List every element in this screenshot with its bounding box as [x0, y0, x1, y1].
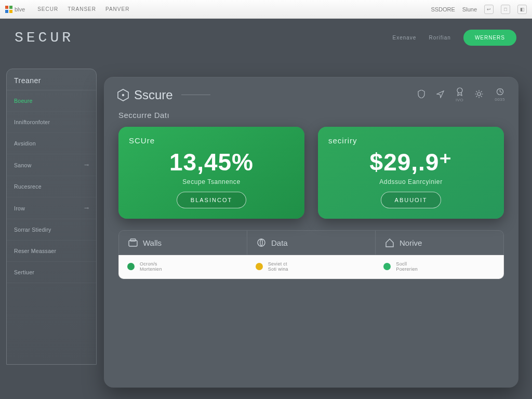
status-1-text: Seviet ct Soti wina: [268, 261, 288, 272]
status-0-line2: Mortenien: [140, 267, 162, 272]
status-2: Socll Poererien: [375, 255, 503, 278]
app-wordmark: SECUR: [15, 30, 74, 46]
sidebar-item-6[interactable]: Sorrar Stiediry: [7, 219, 96, 241]
chrome-tool-panel-icon[interactable]: ◧: [517, 5, 527, 14]
svg-line-12: [476, 91, 477, 92]
badge-icon: [456, 87, 463, 96]
chrome-right-label2[interactable]: Slune: [462, 6, 477, 12]
status-1-line2: Soti wina: [268, 267, 288, 272]
panel-icon-send[interactable]: [436, 90, 444, 100]
wallet-icon: [128, 238, 138, 247]
sidebar-item-7[interactable]: Reser Meassaer: [7, 241, 96, 262]
status-1-line1: Seviet ct: [268, 261, 287, 267]
chrome-tool-box-icon[interactable]: □: [501, 5, 510, 14]
svg-line-15: [476, 96, 477, 97]
svg-rect-2: [5, 10, 8, 13]
card-scure-caption: Secupe Tsannence: [182, 178, 240, 185]
key-icon: ⊸: [84, 205, 89, 211]
card-security: seciriry $29,.9⁺ Addssuo Eanrcyinier ABU…: [318, 127, 504, 219]
sidebar-item-2-label: Avsidion: [14, 140, 36, 147]
status-0: Ocron/s Mortenien: [119, 255, 247, 278]
sidebar-item-1[interactable]: Inniftoronfoter: [7, 112, 96, 133]
sidebar-item-8[interactable]: Sertiuer: [7, 262, 96, 283]
card-scure-title: SCUre: [129, 136, 155, 145]
tile-walls-label: Walls: [143, 238, 162, 247]
header-cta-button[interactable]: WERNERS: [463, 30, 516, 46]
status-2-text: Socll Poererien: [396, 261, 418, 272]
app-shell: SECUR Exenave Rorifian WERNERS Treaner B…: [0, 19, 532, 399]
chrome-tab-0[interactable]: SECUR: [37, 6, 58, 12]
chrome-tool-back-icon[interactable]: ↩: [484, 5, 494, 14]
header-nav-2[interactable]: Rorifian: [429, 35, 450, 41]
panel-brand: Sscure: [117, 88, 210, 102]
gear-icon: [475, 90, 483, 98]
chrome-brand-text: blve: [15, 6, 25, 12]
tile-norive[interactable]: Norive: [376, 231, 503, 255]
svg-line-18: [500, 92, 502, 93]
card-scure: SCUre 13,45% Secupe Tsannence BLASINCOT: [118, 127, 304, 219]
sidebar-item-0[interactable]: Boeure: [7, 90, 96, 112]
svg-rect-1: [9, 6, 12, 9]
send-icon: [436, 90, 444, 98]
panel-icon-stat-label: 0035: [495, 97, 505, 102]
card-scure-button[interactable]: BLASINCOT: [177, 192, 246, 208]
sidebar-item-2[interactable]: Avsidion: [7, 133, 96, 154]
data-icon: [257, 238, 266, 247]
sidebar-item-3[interactable]: Sanow ⊸: [7, 154, 96, 176]
panel-icon-badge-label: IVO: [456, 98, 463, 102]
svg-point-21: [258, 239, 265, 246]
chrome-brand: blve: [5, 6, 25, 13]
chrome-tabs: SECUR Transer Panver: [37, 6, 431, 12]
status-2-line1: Socll: [396, 261, 407, 267]
hex-logo-icon: [117, 89, 129, 101]
card-scure-value: 13,45%: [169, 150, 254, 174]
svg-point-7: [477, 92, 481, 96]
header-nav: Exenave Rorifian WERNERS: [392, 30, 516, 46]
panel-icon-gear[interactable]: [475, 90, 483, 100]
chrome-right-label[interactable]: SSDORE: [431, 6, 455, 12]
sidebar-item-5[interactable]: Irow ⊸: [7, 197, 96, 219]
panel-icon-row: IVO 0035: [418, 87, 505, 102]
home-icon: [385, 238, 394, 247]
panel-brand-text: Sscure: [134, 88, 173, 102]
status-dot-yellow-icon: [256, 263, 263, 270]
svg-point-6: [457, 88, 462, 93]
card-security-caption: Addssuo Eanrcyinier: [379, 178, 442, 185]
browser-chrome: blve SECUR Transer Panver SSDORE Slune ↩…: [0, 0, 532, 19]
panel-icon-shield[interactable]: [418, 90, 425, 100]
sidebar-item-4[interactable]: Rucesrece: [7, 176, 96, 197]
card-security-title: seciriry: [328, 136, 357, 145]
status-2-line2: Poererien: [396, 267, 418, 272]
key-icon: ⊸: [84, 162, 89, 168]
card-security-button[interactable]: ABUUOIT: [381, 192, 442, 208]
tile-data-label: Data: [271, 238, 288, 247]
panel-icon-stat[interactable]: 0035: [495, 88, 505, 102]
sidebar-item-1-label: Inniftoronfoter: [14, 119, 50, 125]
card-security-value: $29,.9⁺: [370, 150, 453, 174]
chrome-tab-2[interactable]: Panver: [105, 6, 129, 12]
svg-rect-0: [5, 6, 8, 9]
panel-icon-badge[interactable]: IVO: [456, 87, 463, 102]
chrome-tab-1[interactable]: Transer: [68, 6, 96, 12]
tile-data[interactable]: Data: [247, 231, 376, 255]
sidebar-item-5-label: Irow: [14, 205, 25, 211]
chrome-right: SSDORE Slune ↩ □ ◧: [431, 5, 527, 14]
sidebar-item-8-label: Sertiuer: [14, 269, 34, 275]
panel-header: Sscure IVO: [104, 77, 518, 105]
sidebar-item-7-label: Reser Meassaer: [14, 248, 56, 254]
svg-rect-3: [9, 10, 12, 13]
chrome-logo-icon: [5, 6, 12, 13]
sidebar-item-0-label: Boeure: [14, 98, 33, 104]
status-strip: Ocron/s Mortenien Seviet ct Soti wina So…: [118, 255, 504, 279]
stat-icon: [496, 88, 504, 96]
svg-point-5: [122, 94, 124, 96]
sidebar-item-4-label: Rucesrece: [14, 183, 42, 190]
panel-brand-rule: [181, 95, 210, 95]
main-panel: Sscure IVO: [104, 77, 518, 388]
tile-walls[interactable]: Walls: [119, 231, 247, 255]
header-nav-1[interactable]: Exenave: [392, 35, 416, 41]
status-0-text: Ocron/s Mortenien: [140, 261, 162, 272]
status-dot-green-icon: [127, 263, 135, 270]
tiles-row: Walls Data Norive: [118, 230, 504, 255]
svg-line-14: [481, 91, 482, 92]
